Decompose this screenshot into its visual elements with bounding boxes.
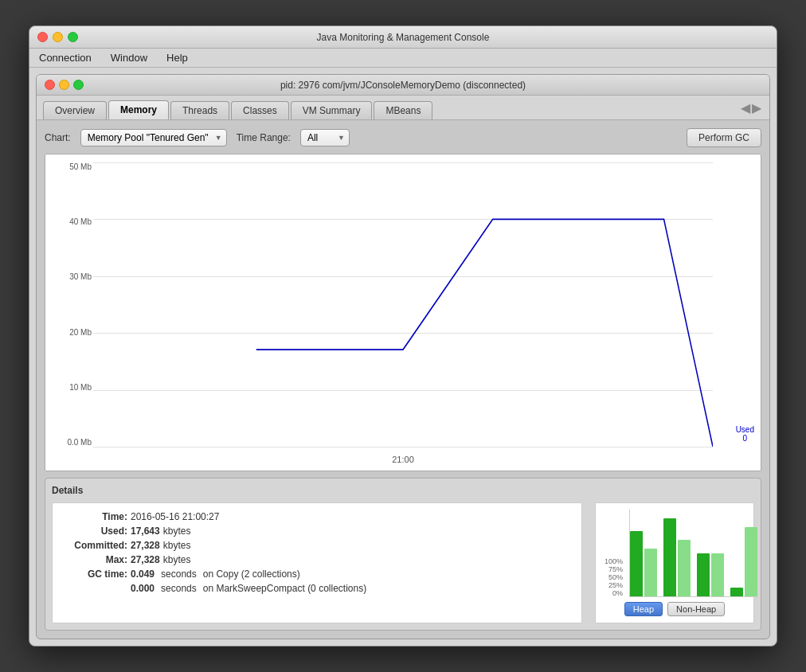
bar-y-axis: 100% 75% 50% 25% 0%: [602, 557, 626, 597]
menu-window[interactable]: Window: [108, 50, 151, 65]
sub-minimize-button[interactable]: [59, 80, 69, 90]
used-unit: kbytes: [163, 525, 191, 537]
bar-1-committed: [644, 549, 657, 596]
non-heap-button[interactable]: Non-Heap: [667, 602, 725, 616]
time-range-select-wrapper: All 1 min 2 min 5 min: [300, 129, 350, 147]
detail-row-max: Max: 27,328 kbytes: [64, 554, 570, 565]
bar-chart-container: 100% 75% 50% 25% 0%: [602, 510, 747, 597]
y-label-10: 10 Mb: [69, 383, 92, 392]
max-unit: kbytes: [163, 554, 191, 565]
detail-row-gc1: GC time: 0.049 seconds on Copy (2 collec…: [64, 568, 570, 580]
close-button[interactable]: [37, 32, 48, 42]
bar-buttons: Heap Non-Heap: [602, 602, 747, 616]
sound-icon: ◀▶: [741, 100, 761, 115]
bar-y-50: 50%: [602, 573, 623, 581]
perform-gc-button[interactable]: Perform GC: [687, 128, 761, 147]
gc-key: GC time:: [64, 568, 127, 580]
sub-maximize-button[interactable]: [73, 80, 84, 90]
chart-svg: [93, 162, 713, 447]
gc-time1-bold: 0.049: [131, 568, 155, 580]
chart-label: Chart:: [45, 132, 71, 143]
sub-window-title: pid: 2976 com/jvm/JConsoleMemoryDemo (di…: [280, 80, 526, 91]
tab-memory[interactable]: Memory: [108, 100, 169, 119]
detail-row-used: Used: 17,643 kbytes: [64, 525, 570, 537]
used-key: Used:: [64, 525, 127, 537]
gc2-key: [64, 583, 127, 594]
tab-threads[interactable]: Threads: [170, 101, 229, 119]
bar-y-75: 75%: [602, 565, 623, 573]
bar-4-used: [730, 588, 743, 596]
max-key: Max:: [64, 554, 127, 565]
heap-button[interactable]: Heap: [624, 602, 663, 616]
bar-y-0: 0%: [602, 589, 623, 597]
bars-wrapper: [629, 510, 757, 597]
time-range-label: Time Range:: [237, 132, 291, 143]
gc-time2-bold: 0.000: [131, 583, 155, 594]
bar-2-committed: [678, 540, 691, 596]
details-title: Details: [52, 485, 754, 496]
bar-y-100: 100%: [602, 557, 623, 565]
bar-1-used: [630, 531, 643, 596]
gc-time1-normal: seconds: [161, 568, 197, 580]
y-label-30: 30 Mb: [69, 272, 92, 281]
chart-select[interactable]: Memory Pool "Tenured Gen" Heap Memory Us…: [80, 129, 227, 147]
gc-time2-desc: on MarkSweepCompact (0 collections): [203, 583, 366, 594]
menu-connection[interactable]: Connection: [36, 50, 95, 65]
details-inner: Time: 2016-05-16 21:00:27 Used: 17,643 k…: [52, 502, 754, 623]
time-range-select[interactable]: All 1 min 2 min 5 min: [300, 129, 350, 147]
bar-group-4: [730, 510, 757, 596]
bar-2-used: [663, 518, 676, 596]
gc-time2-normal: seconds: [161, 583, 197, 594]
max-val: 27,328: [131, 554, 160, 565]
committed-val: 27,328: [131, 540, 160, 551]
used-val: 17,643: [131, 525, 160, 537]
bar-group-1: [630, 510, 657, 596]
bar-4-committed: [745, 527, 757, 596]
details-text: Time: 2016-05-16 21:00:27 Used: 17,643 k…: [52, 502, 582, 623]
sub-window: pid: 2976 com/jvm/JConsoleMemoryDemo (di…: [36, 74, 770, 639]
tab-mbeans[interactable]: MBeans: [374, 101, 432, 119]
maximize-button[interactable]: [68, 32, 78, 42]
menu-help[interactable]: Help: [163, 50, 191, 65]
tab-classes[interactable]: Classes: [231, 101, 289, 119]
y-label-0: 0.0 Mb: [67, 438, 92, 447]
bar-3-used: [697, 553, 710, 597]
chart-area: 50 Mb 40 Mb 30 Mb 20 Mb 10 Mb 0.0 Mb: [45, 154, 761, 471]
bar-group-2: [663, 510, 691, 596]
sub-traffic-lights: [45, 80, 84, 90]
detail-row-time: Time: 2016-05-16 21:00:27: [64, 511, 570, 522]
y-label-50: 50 Mb: [69, 162, 92, 171]
chart-select-wrapper: Memory Pool "Tenured Gen" Heap Memory Us…: [80, 129, 227, 147]
bar-3-committed: [711, 553, 724, 597]
committed-key: Committed:: [64, 540, 127, 551]
y-axis: 50 Mb 40 Mb 30 Mb 20 Mb 10 Mb 0.0 Mb: [52, 162, 92, 447]
tab-bar: Overview Memory Threads Classes VM Summa…: [37, 96, 769, 120]
x-label: 21:00: [392, 455, 414, 464]
title-bar: Java Monitoring & Management Console: [29, 26, 777, 49]
main-content: Chart: Memory Pool "Tenured Gen" Heap Me…: [37, 120, 769, 639]
chart-controls: Chart: Memory Pool "Tenured Gen" Heap Me…: [45, 128, 761, 147]
time-key: Time:: [64, 511, 127, 522]
tab-vm-summary[interactable]: VM Summary: [291, 101, 373, 119]
window-title: Java Monitoring & Management Console: [317, 32, 490, 43]
committed-unit: kbytes: [163, 540, 191, 551]
details-section: Details Time: 2016-05-16 21:00:27 Used: …: [45, 478, 761, 631]
detail-row-committed: Committed: 27,328 kbytes: [64, 540, 570, 551]
minimize-button[interactable]: [53, 32, 63, 42]
menu-bar: Connection Window Help: [29, 49, 777, 68]
detail-row-gc2: 0.000 seconds on MarkSweepCompact (0 col…: [64, 583, 570, 594]
y-label-40: 40 Mb: [69, 217, 92, 226]
traffic-lights: [37, 32, 78, 42]
x-axis: 21:00: [93, 455, 713, 464]
sub-title-bar: pid: 2976 com/jvm/JConsoleMemoryDemo (di…: [37, 75, 769, 96]
bar-group-3: [697, 510, 724, 596]
gc-time1-desc: on Copy (2 collections): [203, 568, 300, 580]
time-val: 2016-05-16 21:00:27: [131, 511, 219, 522]
y-label-20: 20 Mb: [69, 328, 92, 337]
sub-close-button[interactable]: [45, 80, 55, 90]
grid-line-0: [93, 447, 713, 447]
bar-y-25: 25%: [602, 581, 623, 589]
tab-overview[interactable]: Overview: [43, 101, 107, 119]
bar-chart-area: 100% 75% 50% 25% 0%: [595, 502, 754, 623]
main-window: Java Monitoring & Management Console Con…: [29, 25, 777, 647]
